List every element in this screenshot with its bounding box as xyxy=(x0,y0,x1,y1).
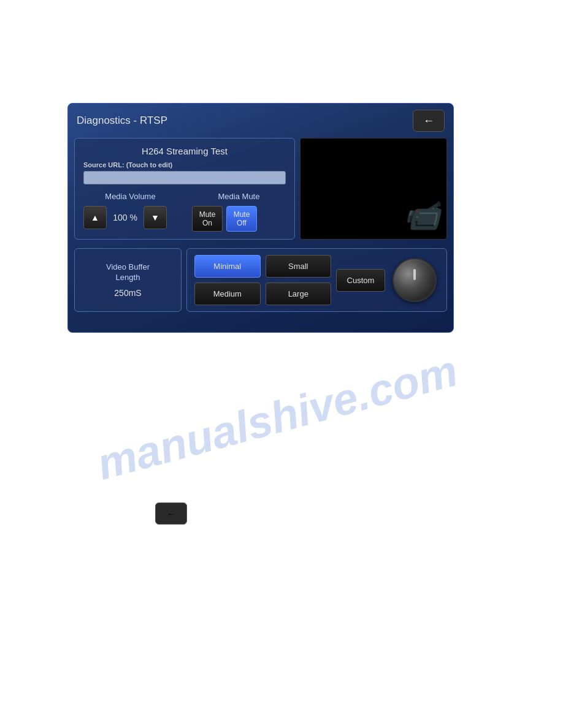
buffer-custom-button[interactable]: Custom xyxy=(336,269,385,292)
video-watermark: 📹 xyxy=(404,199,440,233)
back-arrow-bottom-icon: ← xyxy=(167,509,175,518)
watermark: manualshive.com xyxy=(92,345,463,490)
buffer-minimal-button[interactable]: Minimal xyxy=(194,255,261,278)
buffer-large-button[interactable]: Large xyxy=(266,282,332,305)
controls-row: Media Volume ▲ 100 % ▼ xyxy=(83,192,286,232)
video-preview: 📹 xyxy=(300,138,447,240)
streaming-title: H264 Streaming Test xyxy=(83,146,286,156)
volume-controls: ▲ 100 % ▼ xyxy=(83,206,177,229)
volume-up-icon: ▲ xyxy=(91,213,99,222)
back-button-header[interactable]: ← xyxy=(413,110,445,132)
diag-content: H264 Streaming Test Source URL: (Touch t… xyxy=(68,138,453,246)
buffer-title: Video BufferLength xyxy=(106,262,150,283)
mute-buttons: MuteOn MuteOff xyxy=(192,206,286,232)
mute-section: Media Mute MuteOn MuteOff xyxy=(192,192,286,232)
bottom-section: Video BufferLength 250mS Minimal Small M… xyxy=(68,248,453,318)
mute-on-button[interactable]: MuteOn xyxy=(192,206,223,232)
buffer-small-button[interactable]: Small xyxy=(266,255,332,278)
media-mute-label: Media Mute xyxy=(192,192,286,201)
diag-panel: Diagnostics - RTSP ← H264 Streaming Test… xyxy=(67,103,454,333)
volume-down-button[interactable]: ▼ xyxy=(144,206,167,229)
diag-header: Diagnostics - RTSP ← xyxy=(68,104,453,138)
knob-container xyxy=(390,256,439,305)
buffer-medium-button[interactable]: Medium xyxy=(194,282,261,305)
page-title: Diagnostics - RTSP xyxy=(77,115,167,127)
source-url-input[interactable] xyxy=(83,171,286,184)
back-arrow-icon: ← xyxy=(423,115,434,127)
buffer-buttons-panel: Minimal Small Medium Large Custom xyxy=(186,248,447,312)
volume-section: Media Volume ▲ 100 % ▼ xyxy=(83,192,177,229)
volume-value: 100 % xyxy=(110,213,140,222)
volume-down-icon: ▼ xyxy=(151,213,159,222)
buffer-panel: Video BufferLength 250mS xyxy=(74,248,182,312)
custom-btn-wrapper: Custom xyxy=(336,269,385,292)
buffer-btn-grid: Minimal Small Medium Large xyxy=(194,255,331,305)
buffer-value: 250mS xyxy=(114,288,141,298)
media-volume-label: Media Volume xyxy=(83,192,177,201)
buffer-knob[interactable] xyxy=(393,258,437,302)
mute-off-button[interactable]: MuteOff xyxy=(226,206,257,232)
source-url-label: Source URL: (Touch to edit) xyxy=(83,161,286,169)
volume-up-button[interactable]: ▲ xyxy=(83,206,107,229)
back-button-bottom[interactable]: ← xyxy=(155,502,187,525)
streaming-panel: H264 Streaming Test Source URL: (Touch t… xyxy=(74,138,295,240)
page-container: Diagnostics - RTSP ← H264 Streaming Test… xyxy=(0,0,563,728)
